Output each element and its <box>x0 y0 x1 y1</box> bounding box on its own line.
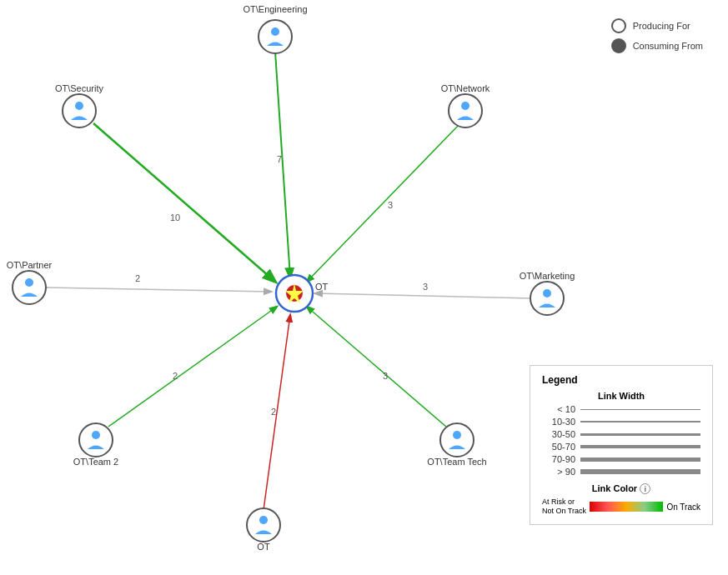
edge-label-marketing: 3 <box>423 282 428 292</box>
edge-team2-ot <box>108 307 277 427</box>
edge-security-ot <box>93 123 275 282</box>
node-ot-security-label: OT\Security <box>55 83 104 93</box>
node-ot-team2[interactable] <box>79 423 113 457</box>
producing-for-label: Producing For <box>633 21 690 31</box>
consuming-from-label: Consuming From <box>633 41 703 51</box>
node-ot-bottom-head <box>259 516 268 524</box>
node-ot-network[interactable] <box>449 94 482 128</box>
lw-line-1 <box>580 409 700 410</box>
lw-row-4: 50-70 <box>542 442 700 452</box>
edge-label-security: 10 <box>170 212 180 222</box>
lw-row-2: 10-30 <box>542 417 700 427</box>
lw-label-1: < 10 <box>542 404 575 414</box>
node-ot-bottom-label: OT <box>257 542 270 552</box>
consuming-from-legend: Consuming From <box>611 38 703 53</box>
lw-line-3 <box>580 433 700 436</box>
top-legend: Producing For Consuming From <box>611 18 703 53</box>
edge-label-network: 3 <box>388 200 393 210</box>
node-ot-partner-head <box>25 278 33 287</box>
node-ot-engineering-label: OT\Engineering <box>243 4 307 14</box>
color-right-label: On Track <box>666 502 700 512</box>
edge-teamtech-ot <box>307 307 446 427</box>
node-ot-engineering[interactable] <box>259 20 292 53</box>
consuming-from-icon <box>611 38 626 53</box>
lw-line-4 <box>580 445 700 448</box>
node-ot-team2-head <box>92 431 100 439</box>
edge-label-ot-bottom: 2 <box>271 407 276 417</box>
edge-marketing-ot <box>315 293 532 298</box>
node-ot-marketing-label: OT\Marketing <box>520 271 575 281</box>
node-ot-security-head <box>75 102 83 110</box>
lw-label-3: 30-50 <box>542 429 575 439</box>
producing-for-icon <box>611 18 626 33</box>
node-ot-team2-label: OT\Team 2 <box>73 457 118 467</box>
lw-row-5: 70-90 <box>542 454 700 464</box>
node-ot-label: OT <box>315 282 329 292</box>
node-ot-marketing[interactable] <box>530 282 564 315</box>
edge-ot-bottom-ot <box>264 315 290 510</box>
lw-label-4: 50-70 <box>542 442 575 452</box>
edge-label-partner: 2 <box>135 273 140 283</box>
lw-label-6: > 90 <box>542 467 575 477</box>
info-icon[interactable]: i <box>640 483 650 494</box>
node-ot-engineering-head <box>271 28 279 36</box>
legend-link-color-title: Link Color i <box>542 483 700 494</box>
edge-engineering-ot <box>275 52 290 278</box>
edge-label-teamtech: 3 <box>383 371 388 381</box>
node-ot-network-head <box>461 102 469 110</box>
color-bar-row: At Risk orNot On Track On Track <box>542 498 700 516</box>
node-ot-teamtech-label: OT\Team Tech <box>427 457 486 467</box>
legend-box: Legend Link Width < 10 10-30 30-50 50-70… <box>530 365 713 525</box>
legend-title: Legend <box>542 374 700 386</box>
edge-label-engineering: 7 <box>277 154 282 164</box>
node-ot-partner-label: OT\Partner <box>7 260 53 270</box>
color-bar <box>590 502 663 512</box>
node-ot-partner[interactable] <box>13 271 46 304</box>
lw-line-6 <box>580 469 700 474</box>
lw-line-5 <box>580 458 700 462</box>
edge-partner-ot <box>46 288 271 292</box>
lw-row-1: < 10 <box>542 404 700 414</box>
node-ot-security[interactable] <box>63 94 96 128</box>
node-ot-marketing-head <box>543 289 551 298</box>
node-ot-teamtech-head <box>453 431 461 439</box>
lw-label-2: 10-30 <box>542 417 575 427</box>
legend-link-width-title: Link Width <box>542 391 700 401</box>
lw-row-3: 30-50 <box>542 429 700 439</box>
color-left-label: At Risk orNot On Track <box>542 498 586 516</box>
node-ot-network-label: OT\Network <box>441 83 490 93</box>
node-ot-teamtech[interactable] <box>440 423 474 457</box>
edge-network-ot <box>307 123 460 282</box>
lw-row-6: > 90 <box>542 467 700 477</box>
lw-line-2 <box>580 421 700 422</box>
producing-for-legend: Producing For <box>611 18 703 33</box>
lw-label-5: 70-90 <box>542 454 575 464</box>
node-ot-bottom[interactable] <box>247 508 280 542</box>
edge-label-team2: 2 <box>173 371 178 381</box>
